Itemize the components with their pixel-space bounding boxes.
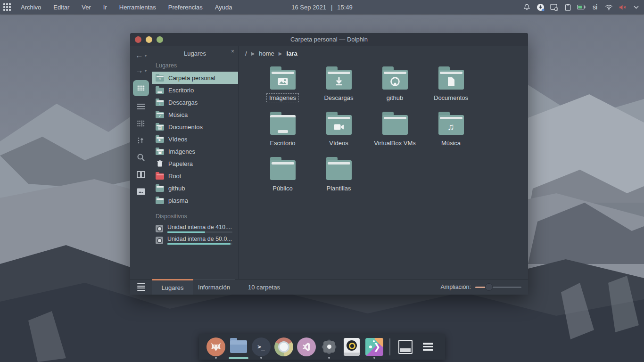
menu-herramientas[interactable]: Herramientas [119,4,156,11]
menu-archivo[interactable]: Archivo [21,4,41,11]
keyboard-layout-indicator[interactable]: si [591,3,599,11]
dock-show-desktop[interactable] [394,334,417,360]
breadcrumb-current[interactable]: lara [287,50,297,57]
forward-icon[interactable]: →▾ [133,65,149,76]
folder-images-icon: ▣ [156,149,164,155]
sidebar-item-videos[interactable]: ▶ Vídeos [152,133,238,145]
icons-view-icon[interactable] [133,80,149,96]
folder-download-icon: ↓ [156,100,164,106]
folder-label[interactable]: Imágenes [267,94,298,102]
window-titlebar[interactable]: Carpeta personal — Dolphin [130,33,528,46]
sidebar-item-imagenes[interactable]: ▣ Imágenes [152,145,238,157]
window-clock-icon[interactable] [550,3,558,11]
sort-icon[interactable] [133,134,149,147]
sidebar-item-escritorio[interactable]: Escritorio [152,84,238,96]
dock-music-player[interactable] [340,334,363,360]
menu-ayuda[interactable]: Ayuda [215,4,232,11]
folder-escritorio[interactable]: Escritorio [255,110,311,156]
maximize-window-button[interactable] [157,36,163,43]
back-icon[interactable]: ←▾ [133,50,149,61]
clock[interactable]: 16 Sep 2021 | 15:49 [291,4,353,11]
show-desktop-icon [398,340,413,354]
menu-ir[interactable]: Ir [103,4,107,11]
dock-gallery[interactable]: ❯ [363,334,386,360]
device-item-2[interactable]: Unidad interna de 50.0... [152,234,238,246]
folder-label[interactable]: Música [439,139,463,147]
details-view-icon[interactable] [133,100,149,113]
folder-label[interactable]: github [384,94,405,102]
close-window-button[interactable] [135,36,141,43]
minimize-window-button[interactable] [146,36,152,43]
folder-icon [156,198,164,204]
sidebar-item-github[interactable]: github [152,182,238,194]
folder-view: / ▶ home ▶ lara Imágenes [239,46,528,279]
folder-red-icon [156,173,164,180]
folder-virtualbox-vms[interactable]: VirtualBox VMs [367,110,423,156]
updates-available-icon[interactable] [536,3,545,11]
preview-icon[interactable] [133,185,149,198]
sidebar-item-carpeta-personal[interactable]: ⌂ Carpeta personal [152,72,238,84]
dock-app-menu[interactable] [417,334,439,360]
dock-chromium[interactable] [272,334,295,360]
folder-label[interactable]: Documentos [431,94,471,102]
folder-label[interactable]: Público [270,184,295,192]
device-label: Unidad interna de 410.... [167,224,232,230]
places-panel-header[interactable]: Lugares × [152,46,238,60]
split-view-icon[interactable] [133,168,149,181]
folder-label[interactable]: Escritorio [267,139,297,147]
folder-descargas[interactable]: Descargas [311,65,367,110]
folder-plantillas[interactable]: Plantillas [311,156,367,201]
time-label: 15:49 [337,4,353,11]
sidebar-item-documentos[interactable]: ▤ Documentos [152,121,238,133]
battery-icon[interactable] [577,3,586,11]
wifi-icon[interactable] [604,3,613,11]
clipboard-icon[interactable] [563,3,572,11]
menu-ver[interactable]: Ver [82,4,91,11]
volume-muted-icon[interactable] [618,3,627,11]
folder-github[interactable]: github [367,65,423,110]
tab-lugares[interactable]: Lugares [152,279,193,295]
folder-label[interactable]: Vídeos [327,139,350,147]
chevron-down-icon[interactable] [632,3,640,11]
menu-preferencias[interactable]: Preferencias [168,4,203,11]
sidebar-item-root[interactable]: Root [152,170,238,182]
dock-file-manager[interactable] [227,334,250,360]
sidebar-item-label: Descargas [168,99,198,106]
dock-terminal[interactable]: >_ [250,334,272,360]
sidebar-item-musica[interactable]: ♪ Música [152,108,238,121]
folder-musica[interactable]: ♫ Música [423,110,479,156]
device-label: Unidad interna de 50.0... [167,236,232,242]
dolphin-menu-icon[interactable] [130,282,152,292]
dock-vscode[interactable] [295,334,318,360]
sidebar-item-plasma[interactable]: plasma [152,194,238,206]
folder-imagenes[interactable]: Imágenes [255,65,311,110]
folder-label[interactable]: Plantillas [324,184,353,192]
breadcrumb-root[interactable]: / [245,50,247,57]
sidebar-item-papelera[interactable]: Papelera [152,157,238,170]
sidebar-item-descargas[interactable]: ↓ Descargas [152,96,238,108]
folder-documentos[interactable]: Documentos [423,65,479,110]
zoom-slider[interactable] [475,287,521,288]
compact-view-icon[interactable] [133,117,149,130]
folder-publico[interactable]: Público [255,156,311,201]
app-launcher-icon[interactable] [0,3,14,11]
folder-label[interactable]: Descargas [322,94,355,102]
dock-firefox[interactable] [205,334,227,360]
places-panel-title: Lugares [184,50,206,57]
menu-editar[interactable]: Editar [53,4,69,11]
folder-videos[interactable]: Vídeos [311,110,367,156]
breadcrumb-home[interactable]: home [259,50,274,57]
search-icon[interactable] [133,151,149,164]
folder-label[interactable]: VirtualBox VMs [372,139,418,147]
dock-separator [389,338,390,355]
tab-informacion[interactable]: Información [193,279,235,295]
zoom-control: Ampliación: [440,284,521,290]
device-item-1[interactable]: Unidad interna de 410.... [152,222,238,234]
vertical-toolbar: ←▾ →▾ [130,46,152,279]
zoom-slider-handle[interactable] [485,283,493,291]
icon-grid[interactable]: Imágenes Descargas [239,60,528,279]
vscode-icon [297,337,316,356]
close-panel-icon[interactable]: × [231,48,234,55]
dock-settings[interactable] [318,334,340,360]
notifications-bell-icon[interactable] [522,3,531,11]
